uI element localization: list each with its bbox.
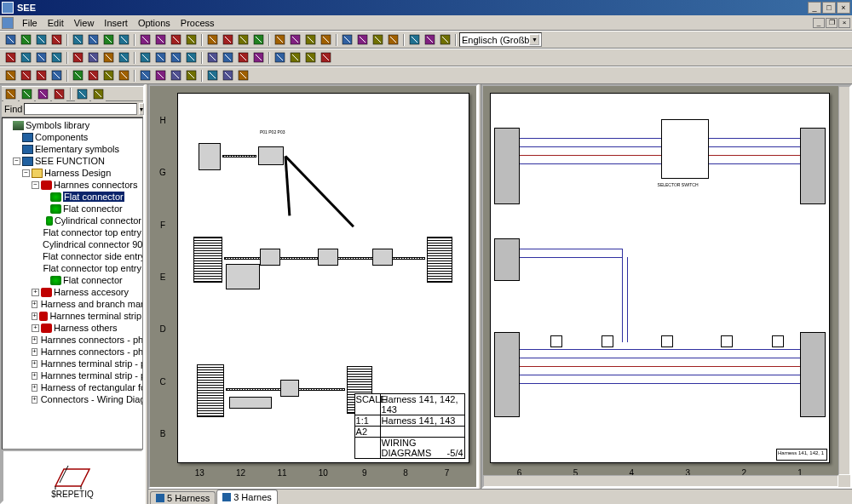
tree-elementary[interactable]: Elementary symbols bbox=[3, 143, 141, 155]
array-button[interactable] bbox=[236, 68, 250, 83]
tree-leaf-7[interactable]: Flat connector bbox=[3, 274, 141, 286]
tree-sibling-4[interactable]: +Harnnes connectors - photos bbox=[3, 334, 141, 346]
expand-icon[interactable]: + bbox=[32, 348, 37, 356]
group-button[interactable] bbox=[169, 68, 183, 83]
a-button[interactable] bbox=[3, 87, 18, 101]
sheet-right[interactable]: SELECTOR SWITCH bbox=[490, 93, 830, 463]
run-button[interactable] bbox=[251, 50, 266, 65]
tree-sibling-6[interactable]: +Harnnes terminal strip - photos bbox=[3, 358, 141, 369]
tree-sibling-9[interactable]: +Connectors - Wiring Diagrams bbox=[3, 393, 141, 405]
b-button[interactable] bbox=[20, 87, 34, 101]
rotate-button[interactable] bbox=[423, 32, 437, 47]
expand-icon[interactable]: + bbox=[32, 324, 39, 332]
expand-icon[interactable]: + bbox=[32, 372, 37, 380]
minimize-button[interactable]: _ bbox=[808, 2, 821, 14]
zoomwin-button[interactable] bbox=[386, 32, 400, 47]
e-button[interactable] bbox=[75, 87, 89, 101]
expand-icon[interactable]: + bbox=[32, 301, 37, 308]
tree-sibling-2[interactable]: +Harnnes terminal strip bbox=[3, 310, 141, 322]
check-button[interactable] bbox=[273, 50, 287, 65]
tree-sibling-1[interactable]: +Harness and branch markers bbox=[3, 298, 141, 310]
tree-leaf-2[interactable]: Cylindrical connector bbox=[3, 215, 141, 226]
undo-button[interactable] bbox=[169, 32, 183, 47]
tree-sibling-0[interactable]: +Harness accesory bbox=[3, 286, 141, 298]
expand-icon[interactable]: + bbox=[32, 360, 37, 368]
ungroup-button[interactable] bbox=[184, 68, 199, 83]
delete-button[interactable] bbox=[153, 32, 168, 47]
language-dropdown[interactable]: Englisch (Großb▼ bbox=[459, 32, 542, 47]
symbol-button[interactable] bbox=[169, 50, 183, 65]
tree-harness-design[interactable]: −Harness Design bbox=[3, 167, 141, 179]
expand-icon[interactable]: + bbox=[32, 289, 39, 296]
junction-button[interactable] bbox=[71, 50, 85, 65]
fill-button[interactable] bbox=[153, 68, 168, 83]
copy-button[interactable] bbox=[117, 32, 131, 47]
scrollbar-vertical[interactable] bbox=[838, 86, 850, 475]
bus-button[interactable] bbox=[34, 50, 49, 65]
open-button[interactable] bbox=[19, 32, 33, 47]
f-button[interactable] bbox=[91, 87, 106, 101]
tree-leaf-4[interactable]: Cylindrical connector 90° bbox=[3, 238, 141, 250]
tree-leaf-0[interactable]: Flat connector bbox=[3, 191, 141, 203]
grid-button[interactable] bbox=[236, 32, 250, 47]
c-button[interactable] bbox=[36, 87, 50, 101]
rect-button[interactable] bbox=[34, 68, 49, 83]
drawing-pane-right[interactable]: SELECTOR SWITCH bbox=[481, 84, 852, 489]
expand-icon[interactable]: + bbox=[32, 396, 37, 404]
align-button[interactable] bbox=[205, 68, 220, 83]
arrow-button[interactable] bbox=[3, 68, 18, 83]
menu-view[interactable]: View bbox=[69, 17, 100, 29]
menu-process[interactable]: Process bbox=[176, 17, 220, 29]
mdi-minimize-button[interactable]: _ bbox=[813, 18, 825, 28]
expand-icon[interactable]: + bbox=[32, 336, 37, 344]
scrollbar-horizontal[interactable] bbox=[483, 475, 838, 487]
zoomin-button[interactable] bbox=[340, 32, 354, 47]
tree-leaf-5[interactable]: Flat connector side entry bbox=[3, 250, 141, 262]
maximize-button[interactable]: □ bbox=[822, 2, 836, 14]
tree-sibling-7[interactable]: +Harnnes terminal strip - photos bbox=[3, 369, 141, 381]
tree-leaf-6[interactable]: Flat connector top entry bbox=[3, 262, 141, 274]
list-button[interactable] bbox=[288, 50, 302, 65]
tree-see-function[interactable]: −SEE FUNCTION bbox=[3, 155, 141, 167]
drawing-pane-left[interactable]: HGFEDCB P01 P02 P03 bbox=[148, 84, 478, 489]
layer-button[interactable] bbox=[273, 32, 287, 47]
tree-leaf-1[interactable]: Flat connector bbox=[3, 203, 141, 215]
menu-insert[interactable]: Insert bbox=[99, 17, 133, 29]
tree-harness-connectors[interactable]: −Harnnes connectors bbox=[3, 179, 141, 191]
break-button[interactable] bbox=[205, 50, 220, 65]
print-button[interactable] bbox=[71, 32, 85, 47]
symbols-tree[interactable]: Symbols libraryComponentsElementary symb… bbox=[2, 117, 143, 450]
select-button[interactable] bbox=[3, 50, 18, 65]
tree-components[interactable]: Components bbox=[3, 131, 141, 143]
dim-button[interactable] bbox=[153, 50, 168, 65]
line-button[interactable] bbox=[19, 68, 33, 83]
arc-button[interactable] bbox=[71, 68, 85, 83]
sheet-left[interactable]: P01 P02 P03 bbox=[177, 93, 469, 463]
tree-root[interactable]: Symbols library bbox=[3, 119, 141, 131]
circle-button[interactable] bbox=[49, 68, 64, 83]
save-button[interactable] bbox=[34, 32, 49, 47]
text-button[interactable] bbox=[138, 50, 153, 65]
preview-button[interactable] bbox=[86, 32, 101, 47]
menu-options[interactable]: Options bbox=[133, 17, 176, 29]
pan-button[interactable] bbox=[407, 32, 422, 47]
hatch-button[interactable] bbox=[138, 68, 153, 83]
macro-button[interactable] bbox=[236, 50, 250, 65]
ellipse-button[interactable] bbox=[101, 68, 116, 83]
table-button[interactable] bbox=[303, 50, 318, 65]
d-button[interactable] bbox=[52, 87, 66, 101]
cross-button[interactable] bbox=[221, 50, 235, 65]
mdi-close-button[interactable]: × bbox=[838, 18, 850, 28]
zoomfit-button[interactable] bbox=[371, 32, 385, 47]
poly-button[interactable] bbox=[86, 68, 101, 83]
wire-button[interactable] bbox=[19, 50, 33, 65]
menu-file[interactable]: File bbox=[17, 17, 43, 29]
expand-icon[interactable]: − bbox=[13, 158, 20, 165]
export-button[interactable] bbox=[319, 50, 333, 65]
zoomout-button[interactable] bbox=[355, 32, 370, 47]
mdi-restore-button[interactable]: ❐ bbox=[826, 18, 838, 28]
cut-button[interactable] bbox=[101, 32, 116, 47]
snap-button[interactable] bbox=[251, 32, 266, 47]
mirror-button[interactable] bbox=[221, 68, 235, 83]
find-input[interactable] bbox=[24, 103, 137, 115]
